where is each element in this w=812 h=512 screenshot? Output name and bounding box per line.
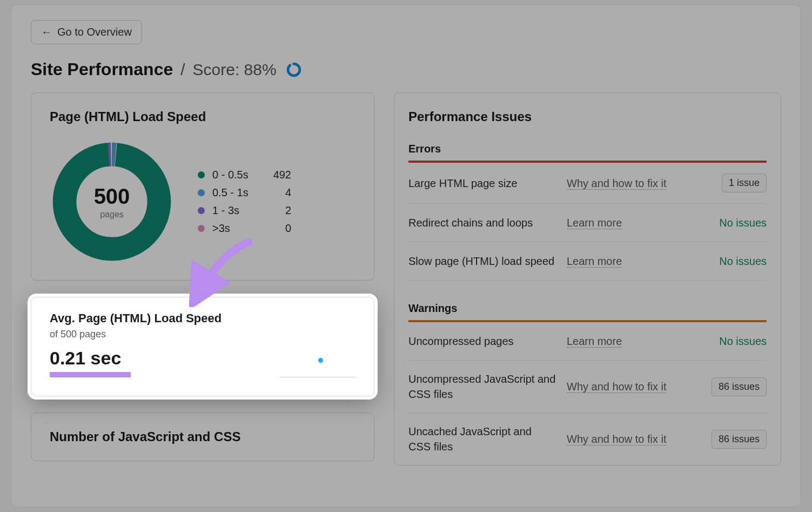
no-issues-label: No issues <box>719 255 767 267</box>
legend-row: 0.5 - 1s 4 <box>198 187 291 199</box>
load-speed-card: Page (HTML) Load Speed 500 pages <box>31 92 374 281</box>
issue-help-link[interactable]: Why and how to fix it <box>567 433 667 445</box>
legend-dot-icon <box>198 171 205 178</box>
performance-issues-panel: Performance Issues Errors Large HTML pag… <box>394 92 781 466</box>
legend-row: 0 - 0.5s 492 <box>198 169 291 181</box>
arrow-left-icon: ← <box>41 26 52 38</box>
load-speed-legend: 0 - 0.5s 492 0.5 - 1s 4 1 - 3s 2 <box>198 169 291 235</box>
jscss-title: Number of JavaScript and CSS <box>50 429 355 444</box>
donut-total: 500 <box>94 184 130 209</box>
donut-total-label: pages <box>100 210 124 220</box>
legend-value: 0 <box>264 222 291 235</box>
issue-row: Large HTML page size Why and how to fix … <box>408 163 767 204</box>
issue-name: Uncached JavaScript and CSS files <box>408 424 561 454</box>
back-to-overview-button[interactable]: ← Go to Overview <box>31 20 142 44</box>
avg-speed-sparkline <box>280 359 355 377</box>
legend-value: 2 <box>264 204 291 217</box>
legend-label: >3s <box>212 222 264 235</box>
issue-count-pill[interactable]: 86 issues <box>712 430 767 449</box>
issue-name: Large HTML page size <box>408 176 561 191</box>
no-issues-label: No issues <box>719 335 767 347</box>
issues-panel-title: Performance Issues <box>408 109 767 124</box>
legend-label: 0.5 - 1s <box>212 187 264 199</box>
avg-load-speed-card: Avg. Page (HTML) Load Speed of 500 pages… <box>31 297 374 396</box>
svg-point-1 <box>288 64 300 76</box>
issue-row: Redirect chains and loops Learn more No … <box>408 204 767 242</box>
avg-speed-subtitle: of 500 pages <box>50 329 355 340</box>
warnings-section-heading: Warnings <box>408 302 767 322</box>
back-button-label: Go to Overview <box>57 26 132 38</box>
issue-count-pill[interactable]: 86 issues <box>712 377 767 396</box>
legend-value: 492 <box>264 169 291 181</box>
no-issues-label: No issues <box>719 217 767 229</box>
legend-dot-icon <box>198 207 205 214</box>
highlight-underline-icon <box>50 372 131 377</box>
issue-help-link[interactable]: Why and how to fix it <box>567 177 667 190</box>
issue-help-link[interactable]: Why and how to fix it <box>567 381 667 393</box>
page-title: Site Performance <box>31 59 173 79</box>
load-speed-donut: 500 pages <box>50 139 174 264</box>
legend-row: >3s 0 <box>198 222 291 235</box>
issue-name: Uncompressed JavaScript and CSS files <box>408 371 561 402</box>
errors-section-heading: Errors <box>408 143 767 163</box>
issue-row: Uncached JavaScript and CSS files Why an… <box>408 413 767 465</box>
legend-dot-icon <box>198 225 205 232</box>
issue-row: Uncompressed pages Learn more No issues <box>408 322 767 361</box>
sparkline-dot-icon <box>318 358 323 363</box>
issue-help-link[interactable]: Learn more <box>567 255 622 268</box>
score-ring-icon <box>286 62 301 77</box>
issue-name: Redirect chains and loops <box>408 215 561 230</box>
title-row: Site Performance / Score: 88% <box>31 59 801 79</box>
issue-name: Slow page (HTML) load speed <box>408 254 561 269</box>
legend-value: 4 <box>264 187 291 199</box>
legend-row: 1 - 3s 2 <box>198 204 291 217</box>
legend-dot-icon <box>198 189 205 196</box>
issue-count-pill[interactable]: 1 issue <box>722 174 767 192</box>
issue-name: Uncompressed pages <box>408 334 561 349</box>
avg-speed-value: 0.21 sec <box>50 348 131 369</box>
issue-row: Slow page (HTML) load speed Learn more N… <box>408 242 767 281</box>
score-label: Score: 88% <box>193 61 277 79</box>
issue-help-link[interactable]: Learn more <box>567 335 622 348</box>
legend-label: 1 - 3s <box>212 204 264 217</box>
avg-speed-title: Avg. Page (HTML) Load Speed <box>50 311 355 325</box>
jscss-card: Number of JavaScript and CSS <box>31 413 374 461</box>
issue-row: Uncompressed JavaScript and CSS files Wh… <box>408 361 767 413</box>
legend-label: 0 - 0.5s <box>212 169 264 181</box>
issue-help-link[interactable]: Learn more <box>567 217 622 229</box>
score-separator: / <box>180 61 185 79</box>
load-speed-title: Page (HTML) Load Speed <box>50 109 355 124</box>
page-container: ← Go to Overview Site Performance / Scor… <box>11 4 801 507</box>
